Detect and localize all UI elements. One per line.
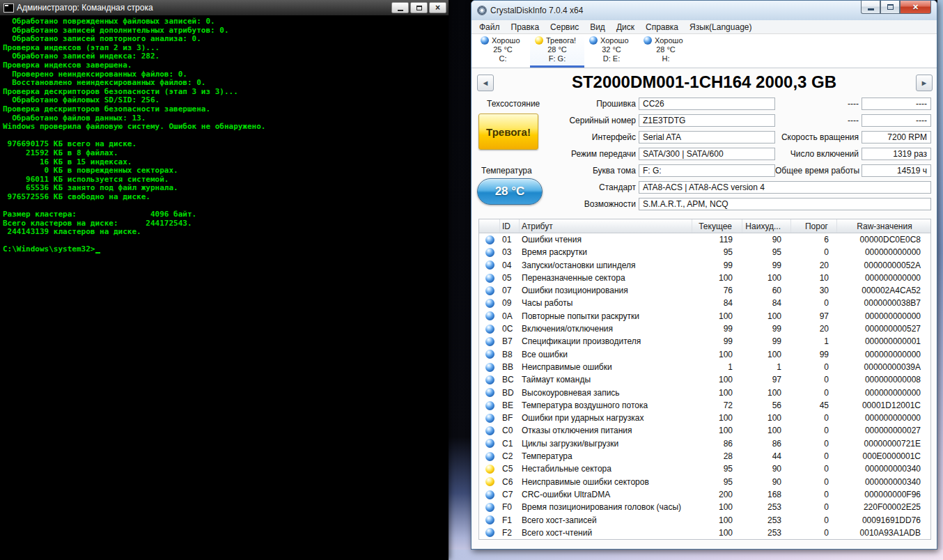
table-row[interactable]: C7CRC-ошибки UltraDMA2001680000000000F96: [479, 488, 930, 501]
smart-threshold: 0: [791, 501, 837, 513]
smart-current: 72: [692, 399, 742, 412]
table-row[interactable]: F1Всего хост-записей100253000091691DD76: [479, 514, 930, 527]
smart-status-icon: [485, 363, 494, 372]
smart-attribute: Повторные попытки раскрутки: [520, 310, 692, 322]
table-row[interactable]: C1Циклы загрузки/выгрузки868600000000072…: [479, 437, 930, 450]
desktop-background: [449, 0, 471, 560]
smart-raw: 000000000000: [837, 310, 932, 322]
table-row[interactable]: F0Время позиционирования головок (часы)1…: [479, 501, 930, 513]
table-row[interactable]: 01Ошибки чтения11990600000DC0E0C8: [479, 233, 930, 246]
field-label: Буква тома: [472, 166, 636, 176]
smart-raw: 0000000038B7: [837, 297, 932, 309]
table-row[interactable]: BEТемпература воздушного потока725645000…: [479, 399, 930, 412]
smart-attribute: CRC-ошибки UltraDMA: [520, 488, 692, 501]
smart-id: BD: [500, 387, 520, 399]
smart-current: 76: [692, 284, 742, 297]
smart-raw: 000000000001: [837, 335, 932, 348]
cmd-titlebar[interactable]: Администратор: Командная строка ×: [0, 0, 449, 15]
drive-temp: 28 °C: [644, 45, 688, 54]
smart-id: F2: [500, 527, 520, 539]
table-row[interactable]: 09Часы работы848400000000038B7: [479, 297, 930, 309]
smart-status-icon: [485, 401, 494, 410]
disk-model-title: ST2000DM001-1CH164 2000,3 GB: [499, 72, 909, 92]
smart-threshold: 0: [791, 246, 837, 258]
table-row[interactable]: 0AПовторные попытки раскрутки10010097000…: [479, 310, 930, 322]
menu-item[interactable]: Файл: [474, 20, 506, 34]
field-label: ----: [775, 99, 859, 109]
smart-threshold: 0: [791, 488, 837, 501]
smart-status-icon: [485, 465, 494, 474]
smart-raw: 000000000000: [837, 412, 932, 424]
smart-id: B7: [500, 335, 520, 348]
table-row[interactable]: BFОшибки при ударных нагрузках1001000000…: [479, 412, 930, 424]
smart-current: 99: [692, 335, 742, 348]
field-value: Serial ATA: [639, 131, 775, 143]
table-row[interactable]: C0Отказы отключения питания1001000000000…: [479, 424, 930, 437]
smart-attribute: Температура воздушного потока: [520, 399, 692, 412]
table-row[interactable]: C6Неисправимые ошибки секторов9590000000…: [479, 476, 930, 488]
table-row[interactable]: BDВысокоуровневая запись1001000000000000…: [479, 387, 930, 399]
drive-item[interactable]: Хорошо28 °CH:: [639, 34, 693, 68]
smart-id: C1: [500, 437, 520, 450]
menu-item[interactable]: Диск: [611, 20, 640, 34]
maximize-icon: [887, 4, 894, 10]
console-output[interactable]: Обработано поврежденных файловых записей…: [0, 15, 449, 254]
close-icon: ✕: [912, 3, 919, 12]
table-row[interactable]: 05Переназначенные сектора100100100000000…: [479, 272, 930, 284]
table-row[interactable]: B8Все ошибки10010099000000000000: [479, 348, 930, 361]
maximize-button[interactable]: [410, 2, 428, 13]
table-row[interactable]: C2Температура28440000E0000001C: [479, 450, 930, 462]
smart-raw: 000000000000: [837, 387, 932, 399]
field-label: Возможности: [472, 199, 636, 209]
menu-item[interactable]: Правка: [506, 20, 545, 34]
smart-attribute: Температура: [520, 450, 692, 462]
smart-threshold: 0: [791, 462, 837, 475]
smart-raw: 00000000721E: [837, 437, 932, 450]
drive-status-icon: [535, 36, 543, 45]
drive-item[interactable]: Хорошо25 °CC:: [476, 34, 530, 68]
smart-id: F0: [500, 501, 520, 513]
smart-current: 95: [692, 476, 742, 488]
field-value: SATA/300 | SATA/600: [639, 148, 775, 160]
minimize-button[interactable]: [391, 2, 409, 13]
close-button[interactable]: ×: [429, 2, 446, 13]
smart-attribute: Циклы загрузки/выгрузки: [520, 437, 692, 450]
maximize-button[interactable]: [880, 1, 900, 14]
next-disk-button[interactable]: ►: [916, 75, 933, 91]
menu-item[interactable]: Справка: [640, 20, 684, 34]
table-row[interactable]: BBНеисправимые ошибки11000000000039A: [479, 361, 930, 373]
drive-item[interactable]: Тревога!28 °CF: G:: [530, 34, 584, 68]
smart-id: BE: [500, 399, 520, 412]
app-icon: [477, 6, 487, 15]
table-row[interactable]: 04Запуски/остановки шпинделя999920000000…: [479, 259, 930, 272]
smart-threshold: 20: [791, 259, 837, 272]
table-row[interactable]: F2Всего хост-чтений10025300010A93A1ADB: [479, 527, 930, 539]
minimize-button[interactable]: [861, 1, 880, 14]
smart-raw: 00000000039A: [837, 361, 932, 373]
table-row[interactable]: BCТаймаут команды100970000000000008: [479, 373, 930, 386]
smart-raw: 000000000527: [837, 322, 932, 335]
menu-item[interactable]: Язык(Language): [684, 20, 757, 34]
menu-item[interactable]: Вид: [584, 20, 611, 34]
menu-item[interactable]: Сервис: [545, 20, 584, 34]
smart-worst: 100: [742, 272, 791, 284]
table-row[interactable]: 0CВключения/отключения999920000000000527: [479, 322, 930, 335]
smart-worst: 100: [742, 424, 791, 437]
table-row[interactable]: C5Нестабильные сектора95900000000000340: [479, 462, 930, 475]
smart-id: 04: [500, 259, 520, 272]
drive-status-label: Тревога!: [546, 36, 576, 45]
smart-id: 03: [500, 246, 520, 258]
table-row[interactable]: 03Время раскрутки95950000000000000: [479, 246, 930, 258]
prev-disk-button[interactable]: ◄: [477, 75, 494, 91]
drive-status-icon: [481, 36, 489, 45]
smart-worst: 168: [742, 488, 791, 501]
table-row[interactable]: B7Спецификации производителя999910000000…: [479, 335, 930, 348]
drive-letters: F: G:: [535, 54, 579, 63]
smart-id: B8: [500, 348, 520, 361]
close-button[interactable]: ✕: [900, 1, 931, 14]
table-row[interactable]: 07Ошибки позиционирования766030000002A4C…: [479, 284, 930, 297]
smart-status-icon: [485, 477, 494, 486]
drive-item[interactable]: Хорошо32 °CD: E:: [584, 34, 639, 68]
smart-status-icon: [485, 325, 494, 334]
field-label: ----: [775, 116, 859, 125]
